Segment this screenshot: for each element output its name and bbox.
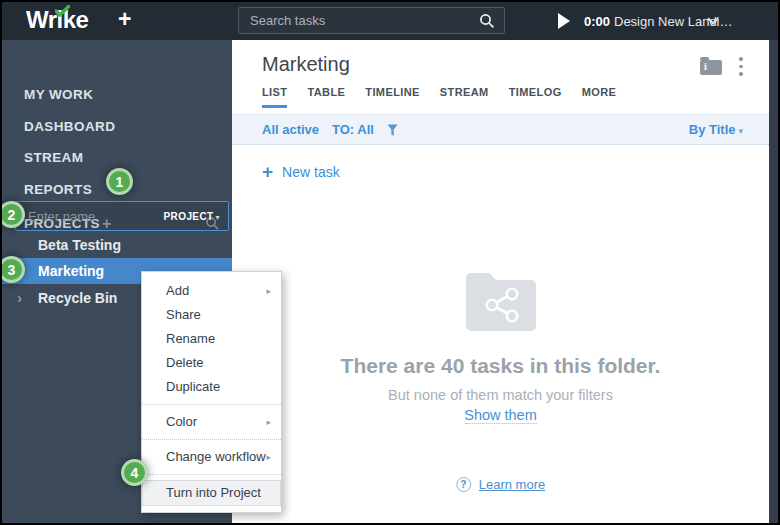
project-type-dropdown[interactable]: PROJECT▾: [164, 211, 220, 222]
right-edge-strip: [769, 40, 778, 523]
tab-more[interactable]: MORE: [582, 86, 617, 108]
tab-stream[interactable]: STREAM: [440, 86, 489, 108]
timer-time: 0:00: [584, 14, 610, 29]
search-icon[interactable]: [479, 13, 495, 29]
kebab-menu-icon[interactable]: [739, 57, 743, 80]
wrike-app-window: Wrike + 0:00 Design New Landi… MY WORK D…: [0, 0, 780, 525]
plus-icon: +: [262, 164, 273, 180]
callout-badge-1: 1: [106, 168, 133, 195]
menu-item-delete[interactable]: Delete: [142, 351, 281, 375]
folder-context-menu: Add ▸ Share Rename Delete Duplicate Colo…: [141, 271, 282, 513]
task-search-box: [238, 7, 505, 34]
menu-item-turn-into-project[interactable]: Turn into Project: [142, 480, 281, 506]
filter-assignee[interactable]: TO: All: [332, 122, 374, 137]
learn-more-row: ? Learn more: [456, 477, 545, 492]
menu-item-rename[interactable]: Rename: [142, 327, 281, 351]
new-project-input-box: PROJECT▾: [15, 201, 229, 231]
filter-status[interactable]: All active: [262, 122, 319, 137]
sort-dropdown[interactable]: By Title▾: [689, 122, 743, 137]
tab-timeline[interactable]: TIMELINE: [365, 86, 420, 108]
tab-list[interactable]: LIST: [262, 86, 287, 108]
logo-check-icon: [55, 5, 70, 17]
submenu-arrow-icon: ▸: [266, 410, 281, 434]
search-input[interactable]: [250, 13, 479, 28]
question-mark-icon: ?: [456, 477, 471, 492]
sidebar-item-dashboard[interactable]: DASHBOARD: [2, 114, 232, 140]
expand-chevron-icon[interactable]: ›: [17, 285, 22, 311]
menu-item-color[interactable]: Color ▸: [142, 410, 281, 434]
menu-item-change-workflow[interactable]: Change workflow ▸: [142, 445, 281, 469]
new-task-button[interactable]: + New task: [262, 164, 340, 180]
sidebar-item-my-work[interactable]: MY WORK: [2, 82, 232, 108]
submenu-arrow-icon: ▸: [266, 445, 281, 469]
folder-item-beta-testing[interactable]: Beta Testing: [2, 232, 232, 258]
tab-timelog[interactable]: TIMELOG: [509, 86, 562, 108]
filter-funnel-icon[interactable]: [387, 124, 398, 137]
view-tabs: LIST TABLE TIMELINE STREAM TIMELOG MORE: [262, 86, 616, 108]
callout-badge-4: 4: [121, 459, 148, 486]
menu-separator: [142, 404, 281, 405]
top-bar: Wrike + 0:00 Design New Landi…: [2, 2, 778, 40]
menu-item-share[interactable]: Share: [142, 303, 281, 327]
main-panel: Marketing LIST TABLE TIMELINE STREAM TIM…: [232, 40, 769, 523]
caret-down-icon: ▾: [216, 213, 220, 222]
tab-table[interactable]: TABLE: [307, 86, 345, 108]
timer-play-icon[interactable]: [558, 13, 570, 29]
global-add-button[interactable]: +: [118, 6, 131, 33]
empty-state-subtext: But none of them match your filters: [232, 387, 769, 403]
submenu-arrow-icon: ▸: [266, 279, 281, 303]
empty-state-heading: There are 40 tasks in this folder.: [232, 354, 769, 378]
caret-down-icon: ▾: [738, 126, 743, 136]
learn-more-link[interactable]: Learn more: [479, 477, 545, 492]
show-them-link[interactable]: Show them: [464, 407, 537, 424]
folder-info-icon[interactable]: [700, 60, 722, 75]
menu-separator: [142, 474, 281, 475]
menu-separator: [142, 439, 281, 440]
shared-folder-illustration: [462, 268, 540, 332]
page-title: Marketing: [262, 53, 350, 76]
menu-item-add[interactable]: Add ▸: [142, 279, 281, 303]
filter-bar: All active TO: All By Title▾: [232, 114, 769, 145]
project-name-input[interactable]: [28, 209, 164, 224]
menu-item-duplicate[interactable]: Duplicate: [142, 375, 281, 399]
